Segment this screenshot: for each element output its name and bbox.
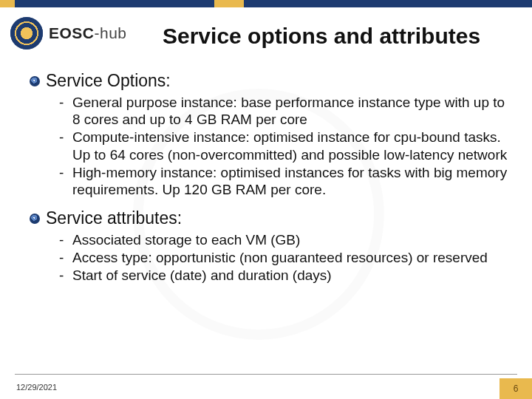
footer: 12/29/2021 6 — [0, 374, 532, 399]
brand-name-thin: -hub — [95, 24, 127, 41]
page-number-badge: 6 — [499, 378, 532, 399]
list-item: Access type: opportunistic (non guarante… — [59, 249, 510, 266]
list-item: Compute-intensive instance: optimised in… — [59, 129, 510, 163]
brand-logo: EOSC-hub — [10, 17, 127, 50]
footer-date: 12/29/2021 — [16, 383, 57, 392]
brand-name-bold: EOSC — [49, 24, 95, 41]
slide-body: Service Options: General purpose instanc… — [30, 71, 510, 295]
section-heading-text: Service Options: — [46, 71, 171, 91]
slide-title: Service options and attributes — [163, 24, 517, 49]
section-heading: Service attributes: — [30, 208, 510, 228]
header: EOSC-hub Service options and attributes — [0, 7, 532, 59]
list-item: Associated storage to each VM (GB) — [59, 231, 510, 248]
bullet-icon — [30, 76, 40, 86]
page-number: 6 — [514, 383, 519, 394]
section-heading-text: Service attributes: — [46, 208, 182, 228]
list-item: High-memory instance: optimised instance… — [59, 164, 510, 198]
brand-name: EOSC-hub — [49, 24, 127, 42]
section-list: Associated storage to each VM (GB) Acces… — [59, 231, 510, 284]
slide: EOSC-hub Service options and attributes … — [0, 0, 532, 399]
section-heading: Service Options: — [30, 71, 510, 91]
footer-divider — [15, 374, 517, 375]
list-item: Start of service (date) and duration (da… — [59, 267, 510, 284]
bullet-icon — [30, 214, 40, 224]
section-list: General purpose instance: base performan… — [59, 94, 510, 198]
eosc-logo-icon — [10, 17, 43, 50]
list-item: General purpose instance: base performan… — [59, 94, 510, 128]
top-accent-bar — [0, 0, 532, 7]
